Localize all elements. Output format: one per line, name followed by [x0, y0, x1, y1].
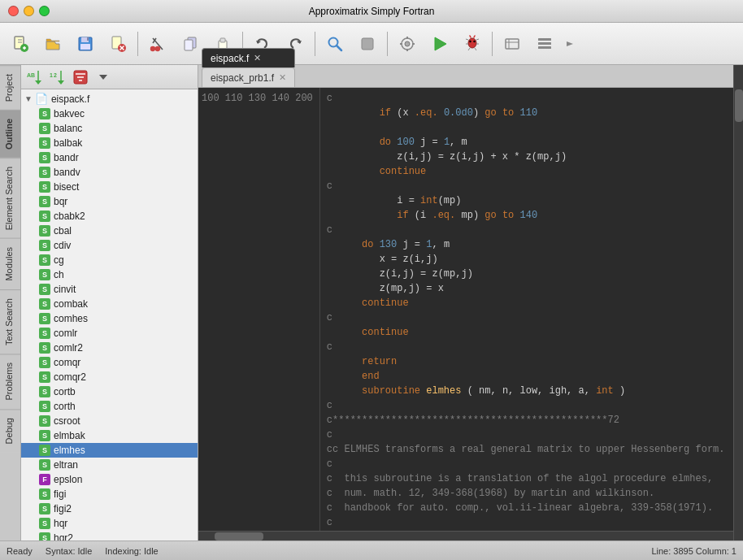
tree-item-bakvec[interactable]: Sbakvec — [21, 106, 198, 121]
svg-line-42 — [475, 48, 476, 50]
window-controls[interactable] — [8, 6, 50, 16]
tree-item-comhes[interactable]: Scomhes — [21, 311, 198, 326]
tree-root-eispack[interactable]: ▼ 📄 eispack.f — [21, 91, 198, 106]
sidebar-tab-outline[interactable]: Outline — [0, 110, 20, 158]
sidebar-tab-element-search[interactable]: Element Search — [0, 158, 20, 238]
svg-point-17 — [156, 46, 160, 50]
filter-button[interactable] — [70, 67, 91, 87]
sidebar-tab-text-search[interactable]: Text Search — [0, 289, 20, 354]
scroll-thumb[interactable] — [735, 89, 743, 122]
tab-close-button[interactable]: ✕ — [254, 53, 261, 63]
item-icon-hqr2: S — [39, 532, 50, 540]
tree-item-hqr[interactable]: Shqr — [21, 516, 198, 531]
tree-item-cinvit[interactable]: Scinvit — [21, 282, 198, 297]
maximize-window-button[interactable] — [39, 6, 50, 16]
svg-rect-48 — [538, 46, 551, 49]
tree-item-comqr[interactable]: Scomqr — [21, 355, 198, 370]
outline-tree[interactable]: ▼ 📄 eispack.f SbakvecSbalancSbalbakSband… — [21, 89, 198, 540]
item-icon-cbabk2: S — [39, 211, 50, 222]
svg-text:2: 2 — [54, 72, 57, 78]
code-editor[interactable]: 100 110 130 140 200 c if (x .eq. 0.0d0) … — [198, 88, 733, 531]
tab-close-button[interactable]: ✕ — [279, 72, 286, 83]
sep3 — [315, 32, 315, 56]
tree-item-epslon[interactable]: Fepslon — [21, 472, 198, 487]
tabs-bar: eispack.f✕eispack_prb1.f✕ — [198, 65, 733, 88]
dropdown-button[interactable] — [93, 67, 114, 87]
cut-button[interactable] — [142, 28, 173, 59]
item-icon-hqr: S — [39, 518, 50, 529]
item-label-cg: cg — [54, 254, 64, 266]
item-label-bakvec: bakvec — [54, 108, 85, 119]
delete-button[interactable] — [102, 28, 133, 59]
minimize-window-button[interactable] — [24, 6, 34, 16]
tree-chevron: ▼ — [24, 94, 33, 103]
item-label-comhes: comhes — [54, 313, 88, 324]
sort-12-button[interactable]: 1 2 — [47, 67, 68, 87]
watch-button[interactable] — [497, 28, 528, 59]
sidebar-tab-project[interactable]: Project — [0, 65, 20, 110]
item-icon-bandv: S — [39, 167, 50, 178]
tree-item-csroot[interactable]: Scsroot — [21, 414, 198, 428]
sidebar-tab-debug[interactable]: Debug — [0, 409, 20, 452]
editor-tab-eispack_prb1-f[interactable]: eispack_prb1.f✕ — [202, 67, 295, 87]
tree-item-bqr[interactable]: Sbqr — [21, 194, 198, 209]
tree-item-comqr2[interactable]: Scomqr2 — [21, 370, 198, 384]
new-button[interactable] — [5, 28, 36, 59]
tree-item-ch[interactable]: Sch — [21, 267, 198, 282]
tree-item-bandr[interactable]: Sbandr — [21, 150, 198, 165]
tree-item-elmhes[interactable]: Selmhes — [21, 443, 198, 458]
item-label-cdiv: cdiv — [54, 240, 71, 251]
item-icon-balanc: S — [39, 123, 50, 134]
tree-item-cbal[interactable]: Scbal — [21, 224, 198, 238]
editor-tab-eispack-f[interactable]: eispack.f✕ — [202, 48, 295, 67]
tree-item-cdiv[interactable]: Scdiv — [21, 238, 198, 253]
debug-button[interactable] — [457, 28, 488, 59]
run-button[interactable] — [424, 28, 455, 59]
status-right: Line: 3895 Column: 1 — [651, 546, 736, 556]
stack-button[interactable] — [529, 28, 560, 59]
item-icon-eltran: S — [39, 459, 50, 471]
tree-item-comlr2[interactable]: Scomlr2 — [21, 341, 198, 355]
find-button[interactable] — [319, 28, 350, 59]
tree-item-bisect[interactable]: Sbisect — [21, 180, 198, 194]
tree-item-elmbak[interactable]: Selmbak — [21, 428, 198, 443]
item-label-comqr: comqr — [54, 357, 80, 368]
tree-item-corth[interactable]: Scorth — [21, 399, 198, 414]
hscroll-thumb[interactable] — [215, 532, 263, 540]
item-icon-bakvec: S — [39, 108, 50, 119]
tree-item-balbak[interactable]: Sbalbak — [21, 136, 198, 150]
stop-button[interactable] — [352, 28, 383, 59]
tree-item-combak[interactable]: Scombak — [21, 297, 198, 311]
tree-item-eltran[interactable]: Seltran — [21, 458, 198, 472]
item-label-bisect: bisect — [54, 181, 79, 193]
item-icon-corth: S — [39, 401, 50, 412]
save-button[interactable] — [70, 28, 101, 59]
svg-rect-9 — [87, 37, 89, 41]
status-syntax: Syntax: Idle — [46, 546, 92, 556]
build-button[interactable] — [392, 28, 423, 59]
main-area: Project Outline Element Search Modules T… — [0, 65, 743, 540]
tree-item-cg[interactable]: Scg — [21, 253, 198, 267]
close-window-button[interactable] — [8, 6, 19, 16]
tree-item-figi[interactable]: Sfigi — [21, 487, 198, 501]
horizontal-scrollbar[interactable] — [198, 531, 733, 540]
tree-item-balanc[interactable]: Sbalanc — [21, 121, 198, 136]
code-content[interactable]: c if (x .eq. 0.0d0) go to 110 do 100 j =… — [320, 88, 733, 531]
svg-rect-19 — [185, 40, 193, 50]
item-label-hqr: hqr — [54, 518, 67, 529]
tree-item-bandv[interactable]: Sbandv — [21, 165, 198, 180]
tree-item-figi2[interactable]: Sfigi2 — [21, 501, 198, 516]
more-button[interactable] — [562, 28, 578, 59]
svg-line-41 — [468, 48, 470, 50]
sort-az-button[interactable]: A B — [24, 67, 46, 87]
sidebar-tab-problems[interactable]: Problems — [0, 354, 20, 408]
vertical-scrollbar[interactable] — [733, 65, 743, 540]
tree-item-cbabk2[interactable]: Scbabk2 — [21, 209, 198, 224]
tree-item-hqr2[interactable]: Shqr2 — [21, 531, 198, 540]
svg-rect-47 — [538, 42, 551, 45]
open-button[interactable] — [37, 28, 68, 59]
tree-item-cortb[interactable]: Scortb — [21, 384, 198, 399]
tree-item-comlr[interactable]: Scomlr — [21, 326, 198, 341]
svg-text:1: 1 — [50, 72, 53, 78]
sidebar-tab-modules[interactable]: Modules — [0, 238, 20, 289]
